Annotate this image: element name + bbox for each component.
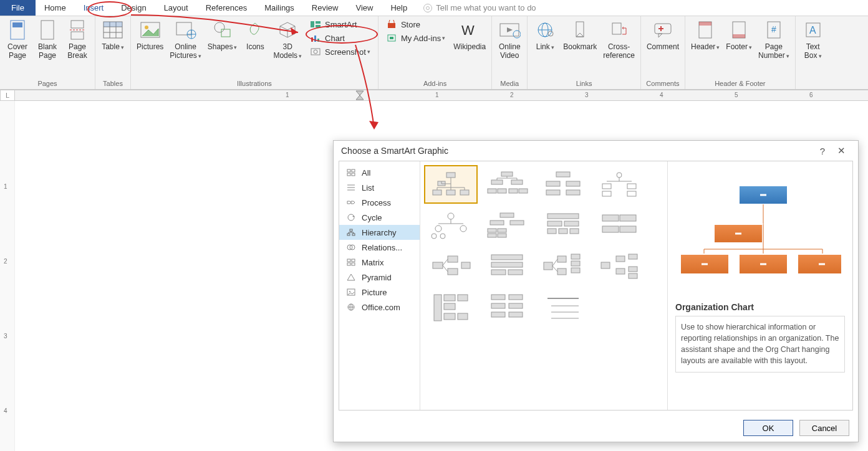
cat-all[interactable]: All [339, 165, 420, 180]
preview-image [675, 170, 845, 295]
tab-design[interactable]: Design [112, 0, 155, 16]
smartart-grid [420, 161, 668, 410]
tell-me[interactable]: Tell me what you want to do [423, 0, 536, 16]
ruler-mark: 3 [585, 92, 589, 98]
pictures-button[interactable]: Pictures [133, 17, 166, 52]
thumb-org-chart[interactable] [424, 165, 478, 204]
wikipedia-button[interactable]: W Wikipedia [450, 17, 489, 52]
cat-hierarchy[interactable]: Hierarchy [339, 225, 420, 240]
svg-rect-157 [544, 262, 552, 270]
svg-rect-119 [602, 184, 611, 189]
comment-button[interactable]: Comment [644, 17, 682, 52]
svg-rect-143 [602, 215, 619, 221]
cat-relationship[interactable]: Relations... [339, 240, 420, 255]
svg-rect-101 [491, 180, 503, 184]
svg-rect-20 [311, 21, 314, 27]
svg-rect-148 [448, 256, 458, 262]
vruler-mark: 2 [4, 258, 7, 265]
preview-pane: Organization Chart Use to show hierarchi… [668, 161, 852, 410]
text-box-button[interactable]: A TextBox▾ [798, 17, 828, 62]
thumb-hierarchy-14[interactable] [480, 288, 534, 327]
thumb-hierarchy-15[interactable] [536, 288, 590, 327]
wikipedia-label: Wikipedia [453, 42, 486, 51]
chart-button[interactable]: Chart [307, 31, 373, 45]
list-icon [345, 183, 357, 192]
page-break-button[interactable]: PageBreak [62, 17, 92, 61]
my-addins-button[interactable]: My Add-ins▾ [383, 31, 448, 45]
tab-insert[interactable]: Insert [75, 0, 113, 16]
icons-label: Icons [246, 42, 264, 51]
svg-rect-132 [510, 221, 524, 225]
vertical-ruler[interactable]: 1 2 3 4 [0, 101, 15, 451]
cat-pyramid[interactable]: Pyramid [339, 270, 420, 285]
thumb-hierarchy-12[interactable] [592, 247, 646, 286]
svg-rect-180 [509, 303, 523, 308]
svg-rect-70 [352, 234, 355, 235]
tab-mailings[interactable]: Mailings [256, 0, 303, 16]
thumb-hierarchy-2[interactable] [480, 165, 534, 204]
thumb-hierarchy-9[interactable] [424, 247, 478, 286]
thumb-hierarchy-3[interactable] [536, 165, 590, 204]
cat-office-com[interactable]: Office.com [339, 300, 420, 315]
indent-marker-icon[interactable] [355, 90, 364, 100]
online-video-button[interactable]: OnlineVideo [494, 17, 524, 61]
link-button[interactable]: Link▾ [530, 17, 560, 53]
chart-label: Chart [325, 34, 345, 43]
thumb-hierarchy-7[interactable] [536, 206, 590, 245]
cross-reference-button[interactable]: Cross-reference [600, 17, 638, 61]
dialog-close-button[interactable]: ✕ [832, 145, 851, 156]
svg-text:W: W [461, 22, 475, 38]
cat-list[interactable]: List [339, 180, 420, 195]
comment-label: Comment [647, 42, 679, 51]
tab-help[interactable]: Help [382, 0, 416, 16]
tab-file[interactable]: File [0, 0, 36, 16]
chart-icon [310, 33, 321, 43]
thumb-hierarchy-4[interactable] [592, 165, 646, 204]
table-button[interactable]: Table▾ [98, 17, 128, 53]
thumb-hierarchy-5[interactable] [424, 206, 478, 245]
horizontal-ruler[interactable]: 1 1 2 3 4 5 6 [15, 90, 868, 101]
ruler-mark: 2 [510, 92, 514, 98]
thumb-hierarchy-11[interactable] [536, 247, 590, 286]
ok-button[interactable]: OK [743, 420, 793, 436]
tab-layout[interactable]: Layout [155, 0, 197, 16]
cover-page-button[interactable]: CoverPage [2, 17, 32, 61]
cat-matrix[interactable]: Matrix [339, 255, 420, 270]
page-number-button[interactable]: # PageNumber▾ [755, 17, 793, 62]
svg-rect-38 [576, 22, 584, 37]
dialog-help-button[interactable]: ? [813, 146, 832, 156]
tab-view[interactable]: View [347, 0, 382, 16]
thumb-hierarchy-13[interactable] [424, 288, 478, 327]
thumb-hierarchy-6[interactable] [480, 206, 534, 245]
chevron-down-icon: ▾ [198, 53, 201, 59]
footer-button[interactable]: Footer▾ [723, 17, 755, 53]
thumb-hierarchy-10[interactable] [480, 247, 534, 286]
cancel-button[interactable]: Cancel [799, 420, 849, 436]
tab-references[interactable]: References [197, 0, 256, 16]
bookmark-button[interactable]: Bookmark [560, 17, 600, 52]
all-icon [345, 168, 357, 178]
online-pictures-button[interactable]: OnlinePictures▾ [166, 17, 204, 62]
blank-page-button[interactable]: BlankPage [32, 17, 62, 61]
tab-review[interactable]: Review [303, 0, 347, 16]
svg-rect-111 [556, 172, 570, 177]
3d-models-button[interactable]: 3DModels▾ [270, 17, 305, 62]
svg-rect-167 [616, 268, 625, 274]
cat-picture[interactable]: Picture [339, 285, 420, 300]
shapes-button[interactable]: Shapes▾ [205, 17, 241, 53]
cat-process[interactable]: Process [339, 195, 420, 210]
screenshot-button[interactable]: Screenshot▾ [307, 45, 373, 59]
smartart-button[interactable]: SmartArt [307, 17, 373, 31]
svg-marker-42 [658, 34, 662, 37]
cat-label: Office.com [362, 303, 400, 312]
svg-rect-137 [547, 214, 579, 219]
svg-line-163 [552, 259, 557, 266]
thumb-hierarchy-8[interactable] [592, 206, 646, 245]
tell-me-label: Tell me what you want to do [436, 3, 536, 12]
tab-home[interactable]: Home [36, 0, 75, 16]
cat-cycle[interactable]: Cycle [339, 210, 420, 225]
cross-ref-icon [608, 19, 630, 41]
icons-button[interactable]: Icons [240, 17, 270, 52]
header-button[interactable]: Header▾ [688, 17, 723, 53]
store-button[interactable]: Store [383, 17, 448, 31]
